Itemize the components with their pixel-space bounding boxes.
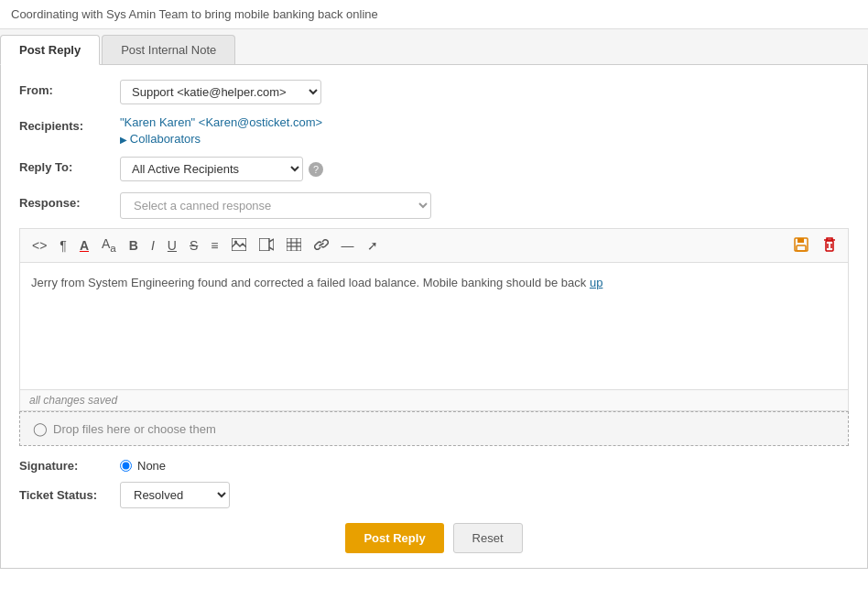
paragraph-icon[interactable]: ¶ <box>55 236 71 255</box>
tabs-container: Post Reply Post Internal Note <box>0 29 868 65</box>
editor-link[interactable]: up <box>590 276 602 289</box>
signature-label: Signature: <box>19 459 120 473</box>
reply-to-row: Reply To: All Active Recipients Customer… <box>19 157 849 181</box>
underline-icon[interactable]: U <box>163 236 181 255</box>
from-select[interactable]: Support <katie@helper.com> <box>120 80 321 104</box>
font-size-icon[interactable]: Aa <box>97 234 121 256</box>
collaborators-link[interactable]: Collaborators <box>120 132 849 146</box>
tab-post-reply[interactable]: Post Reply <box>0 35 100 65</box>
ticket-status-label: Ticket Status: <box>19 488 120 502</box>
help-icon[interactable]: ? <box>309 162 323 177</box>
svg-rect-10 <box>797 238 804 243</box>
editor-text: Jerry from System Engineering found and … <box>31 276 602 289</box>
save-disk-icon[interactable] <box>789 234 813 256</box>
response-value: Select a canned response <box>120 192 849 219</box>
svg-rect-11 <box>797 245 806 251</box>
toolbar-right <box>789 234 841 256</box>
post-reply-button[interactable]: Post Reply <box>345 523 443 553</box>
list-icon[interactable]: ≡ <box>206 236 222 255</box>
font-color-icon[interactable]: A <box>75 236 93 255</box>
attach-icon: ◯ <box>33 421 48 436</box>
video-icon[interactable] <box>255 235 278 256</box>
page-wrapper: Coordinating with Sys Amin Team to bring… <box>0 0 868 599</box>
top-message: Coordinating with Sys Amin Team to bring… <box>0 0 868 29</box>
strikethrough-icon[interactable]: S <box>185 236 202 255</box>
delete-icon[interactable] <box>819 234 841 256</box>
tab-post-internal-note[interactable]: Post Internal Note <box>102 35 235 64</box>
drop-label: Drop files here or choose them <box>53 422 216 436</box>
ticket-status-select[interactable]: Open Resolved Closed <box>120 482 230 508</box>
editor-toolbar: <> ¶ A Aa B I U S ≡ — ➚ <box>19 228 849 262</box>
expand-icon[interactable]: ➚ <box>363 236 383 255</box>
bold-icon[interactable]: B <box>125 236 143 255</box>
signature-none-label: None <box>137 459 166 473</box>
recipients-label: Recipients: <box>19 115 120 133</box>
response-row: Response: Select a canned response <box>19 192 849 219</box>
svg-rect-3 <box>287 238 301 251</box>
canned-response-select[interactable]: Select a canned response <box>120 192 431 219</box>
from-label: From: <box>19 80 120 97</box>
recipients-value: "Karen Karen" <Karen@osticket.com> Colla… <box>120 115 849 146</box>
ticket-status-row: Ticket Status: Open Resolved Closed <box>19 482 849 508</box>
svg-rect-2 <box>259 238 269 251</box>
link-icon[interactable] <box>309 235 333 256</box>
editor-area[interactable]: Jerry from System Engineering found and … <box>19 262 849 390</box>
reset-button[interactable]: Reset <box>453 523 523 553</box>
recipients-link[interactable]: "Karen Karen" <Karen@osticket.com> <box>120 115 322 129</box>
code-icon[interactable]: <> <box>27 236 51 255</box>
buttons-row: Post Reply Reset <box>19 523 849 553</box>
reply-to-value: All Active Recipients Customer Only Coll… <box>120 157 849 181</box>
response-label: Response: <box>19 192 120 210</box>
signature-row: Signature: None <box>19 459 849 473</box>
recipients-row: Recipients: "Karen Karen" <Karen@osticke… <box>19 115 849 146</box>
italic-icon[interactable]: I <box>146 236 159 255</box>
reply-to-label: Reply To: <box>19 157 120 174</box>
drop-zone[interactable]: ◯ Drop files here or choose them <box>19 411 849 446</box>
table-icon[interactable] <box>282 235 306 256</box>
hr-icon[interactable]: — <box>337 236 359 255</box>
form-area: From: Support <katie@helper.com> Recipie… <box>0 65 868 569</box>
from-row: From: Support <katie@helper.com> <box>19 80 849 104</box>
svg-rect-13 <box>826 241 833 251</box>
from-value: Support <katie@helper.com> <box>120 80 849 104</box>
image-icon[interactable] <box>227 235 251 256</box>
reply-to-select[interactable]: All Active Recipients Customer Only Coll… <box>120 157 303 181</box>
save-status: all changes saved <box>19 390 849 411</box>
svg-line-8 <box>319 244 323 246</box>
signature-radio-group: None <box>120 459 166 473</box>
signature-none-radio[interactable] <box>120 460 132 472</box>
